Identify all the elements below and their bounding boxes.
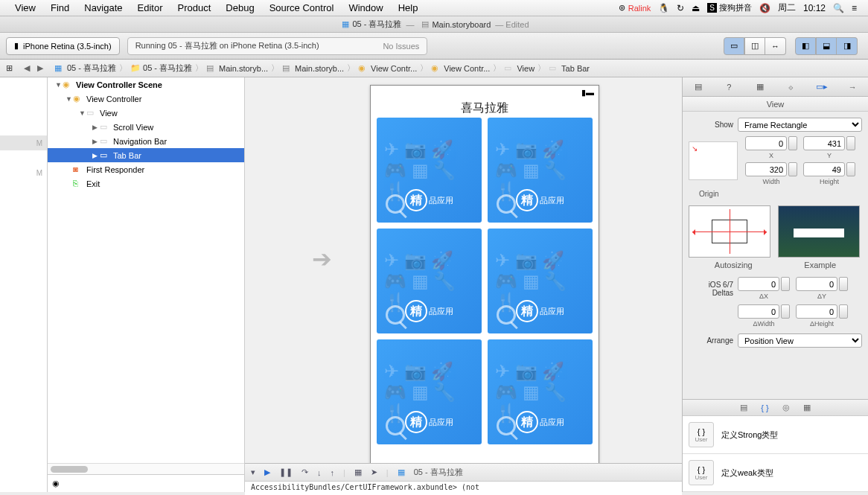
object-lib-icon[interactable]: ◎ [782, 403, 790, 412]
status-spotlight-icon[interactable]: 🔍 [829, 3, 848, 13]
status-notifications-icon[interactable]: ≡ [848, 3, 861, 13]
right-panel-icon[interactable]: ◨ [837, 37, 858, 55]
size-inspector-icon[interactable]: ▭▸ [814, 80, 830, 95]
version-editor-icon[interactable]: ↔ [765, 37, 786, 55]
y-stepper[interactable] [846, 136, 855, 150]
attributes-inspector-icon[interactable]: ⟐ [782, 80, 799, 95]
menu-help[interactable]: Help [391, 2, 426, 13]
wifi-icon: ⊚ [616, 3, 628, 13]
crumb-folder[interactable]: 📁05 - 喜马拉雅 [127, 63, 195, 74]
outline-first-responder[interactable]: ◙First Responder [48, 162, 244, 176]
x-input[interactable] [745, 136, 787, 150]
height-stepper[interactable] [846, 162, 855, 176]
connections-inspector-icon[interactable]: → [844, 80, 861, 95]
title-edited: — Edited [495, 20, 529, 29]
lib-item-weak[interactable]: { }User 定义weak类型 [683, 454, 868, 492]
dy-input[interactable] [796, 277, 837, 291]
outline-scrollbar[interactable] [48, 463, 244, 474]
activity-issues[interactable]: No Issues [383, 42, 419, 51]
crumb-file2[interactable]: ▤Main.storyb... [279, 63, 347, 74]
crumb-vc[interactable]: ◉View Contr... [428, 63, 493, 74]
status-sync-icon[interactable]: ↻ [673, 3, 688, 13]
status-ime[interactable]: S搜狗拼音 [703, 2, 756, 13]
x-stepper[interactable] [788, 136, 797, 150]
crumb-scene[interactable]: ◉View Contr... [355, 63, 420, 74]
crumb-tabbar[interactable]: ▭Tab Bar [546, 63, 593, 74]
width-stepper[interactable] [788, 162, 797, 176]
height-input[interactable] [803, 162, 845, 176]
debug-continue-icon[interactable]: ▶ [264, 467, 270, 477]
crumb-project[interactable]: ▦05 - 喜马拉雅 [51, 63, 119, 74]
crumb-file1[interactable]: ▤Main.storyb... [203, 63, 271, 74]
app-tile[interactable]: ✈ 📷 🚀 🎮 ▦ 🔧 🍴 精品应用 [377, 339, 482, 444]
debug-step-in-icon[interactable]: ↓ [317, 468, 322, 477]
help-inspector-icon[interactable]: ? [721, 80, 737, 95]
status-qq-icon[interactable]: 🐧 [654, 3, 673, 13]
debug-console[interactable]: AccessibilityBundles/CertUIFramework.axb… [245, 482, 682, 495]
app-tile[interactable]: ✈ 📷 🚀 🎮 ▦ 🔧 🍴 精品应用 [377, 229, 482, 333]
gutter-marker-1[interactable]: M [0, 135, 47, 150]
outline-view[interactable]: ▼▭View [48, 106, 244, 120]
file-inspector-icon[interactable]: ▤ [690, 80, 706, 95]
outline-tabbar[interactable]: ▶▭Tab Bar [48, 148, 244, 162]
y-input[interactable] [803, 136, 845, 150]
jump-bar: ⊞ ◀ ▶ ▦05 - 喜马拉雅〉 📁05 - 喜马拉雅〉 ▤Main.stor… [0, 60, 868, 77]
debug-step-over-icon[interactable]: ↷ [301, 467, 308, 477]
lib-item-strong[interactable]: { }User 定义Strong类型 [683, 416, 868, 454]
activity-viewer: Running 05 - 喜马拉雅 on iPhone Retina (3.5-… [127, 37, 428, 55]
debug-target[interactable]: 05 - 喜马拉雅 [414, 467, 463, 478]
canvas-phone-frame[interactable]: ▮▬ 喜马拉雅 ✈ 📷 🚀 🎮 ▦ 🔧 🍴 精品应用 ✈ 📷 🚀 🎮 ▦ 🔧 🍴… [370, 85, 599, 492]
outline-vc[interactable]: ▼◉View Controller [48, 92, 244, 106]
debug-hide-icon[interactable]: ▾ [251, 467, 255, 477]
width-input[interactable] [745, 162, 787, 176]
menu-source-control[interactable]: Source Control [262, 2, 342, 13]
file-template-lib-icon[interactable]: ▤ [740, 403, 747, 412]
dh-input[interactable] [796, 304, 837, 319]
standard-editor-icon[interactable]: ▭ [724, 37, 744, 55]
forward-button[interactable]: ▶ [33, 63, 47, 73]
ib-canvas[interactable]: ➔ ▮▬ 喜马拉雅 ✈ 📷 🚀 🎮 ▦ 🔧 🍴 精品应用 ✈ 📷 🚀 🎮 ▦ 🔧… [245, 77, 682, 492]
debug-step-out-icon[interactable]: ↑ [331, 468, 335, 477]
outline-exit[interactable]: ⎘Exit [48, 176, 244, 191]
related-items-icon[interactable]: ⊞ [3, 63, 16, 73]
app-tile[interactable]: ✈ 📷 🚀 🎮 ▦ 🔧 🍴 精品应用 [377, 118, 482, 223]
gutter-marker-2[interactable]: M [0, 165, 47, 180]
back-button[interactable]: ◀ [20, 63, 33, 73]
editor-mode-segmented[interactable]: ▭ ◫ ↔ [724, 37, 786, 55]
scheme-selector[interactable]: ▮ iPhone Retina (3.5-inch) [6, 37, 120, 55]
menu-editor[interactable]: Editor [130, 2, 170, 13]
outline-scroll[interactable]: ▶▭Scroll View [48, 120, 244, 134]
outline-scene[interactable]: ▼◉View Controller Scene [48, 77, 244, 92]
outline-navbar[interactable]: ▶▭Navigation Bar [48, 134, 244, 148]
menu-find[interactable]: Find [43, 2, 77, 13]
crumb-view[interactable]: ▭View [501, 63, 537, 74]
menu-view[interactable]: View [7, 2, 43, 13]
media-lib-icon[interactable]: ▦ [803, 403, 811, 412]
show-select[interactable]: Frame Rectangle [738, 118, 862, 132]
app-tile[interactable]: ✈ 📷 🚀 🎮 ▦ 🔧 🍴 精品应用 [488, 118, 593, 223]
snippet-lib-icon[interactable]: { } [761, 403, 768, 412]
left-panel-icon[interactable]: ◧ [795, 37, 816, 55]
app-tile[interactable]: ✈ 📷 🚀 🎮 ▦ 🔧 🍴 精品应用 [488, 339, 593, 444]
assistant-editor-icon[interactable]: ◫ [744, 37, 765, 55]
menu-navigate[interactable]: Navigate [77, 2, 130, 13]
menu-product[interactable]: Product [170, 2, 219, 13]
status-volume-icon[interactable]: 🔇 [756, 3, 774, 13]
arrange-select[interactable]: Position View [738, 333, 862, 348]
app-tile[interactable]: ✈ 📷 🚀 🎮 ▦ 🔧 🍴 精品应用 [488, 229, 593, 333]
autosizing-control[interactable] [689, 205, 770, 258]
menu-debug[interactable]: Debug [218, 2, 261, 13]
debug-pause-icon[interactable]: ❚❚ [279, 467, 293, 477]
dx-input[interactable] [738, 277, 779, 291]
panel-visibility-segmented[interactable]: ◧ ⬓ ◨ [795, 37, 858, 55]
debug-location-icon[interactable]: ➤ [371, 467, 377, 477]
status-eject-icon[interactable]: ⏏ [688, 3, 703, 13]
bottom-panel-icon[interactable]: ⬓ [816, 37, 837, 55]
debug-view-hierarchy-icon[interactable]: ▦ [354, 467, 362, 477]
identity-inspector-icon[interactable]: ▦ [752, 80, 768, 95]
menu-window[interactable]: Window [341, 2, 390, 13]
status-ralink[interactable]: ⊚Ralink [613, 3, 655, 13]
dw-input[interactable] [738, 304, 779, 319]
outline-filter-icon[interactable]: ◉ [52, 479, 60, 488]
origin-picker[interactable]: ↘ [689, 141, 738, 180]
